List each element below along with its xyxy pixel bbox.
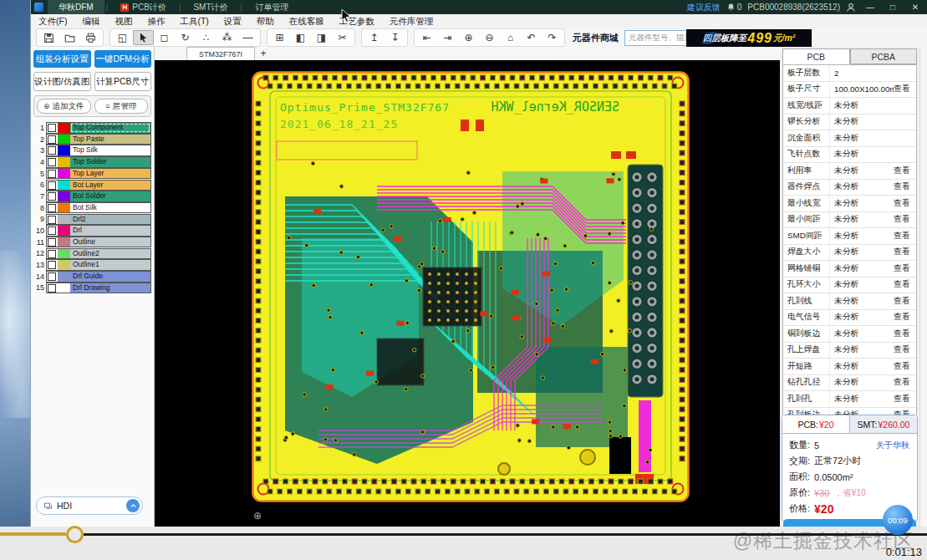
redo-button[interactable]: ↷	[542, 30, 563, 45]
view-link[interactable]: 查看	[894, 84, 916, 94]
quote-tab-smt[interactable]: SMT:¥260.00	[850, 415, 917, 433]
menu-item-3[interactable]: 操作	[140, 16, 172, 28]
menu-item-2[interactable]: 视图	[107, 16, 140, 28]
box-select-button[interactable]: ◻	[154, 30, 175, 45]
layer-checkbox[interactable]	[48, 192, 56, 201]
seekbar-progress[interactable]	[0, 532, 66, 536]
align-right-button[interactable]: ◨	[311, 30, 332, 45]
layer-checkbox[interactable]	[48, 124, 56, 132]
layer-row-top-layer[interactable]: 5Top Layer	[33, 168, 151, 180]
layer-color-swatch[interactable]	[58, 145, 70, 155]
layer-checkbox[interactable]	[48, 181, 56, 190]
menu-item-7[interactable]: 在线客服	[282, 16, 332, 28]
view-link[interactable]: 查看	[894, 181, 916, 192]
select-window-button[interactable]: ◱	[112, 30, 133, 45]
extend-right-button[interactable]: ⇥	[437, 30, 458, 45]
feedback-link[interactable]: 建议反馈	[687, 2, 721, 13]
layer-color-swatch[interactable]	[58, 181, 70, 191]
new-tab-button[interactable]: +	[255, 47, 272, 60]
calc-pcb-size-button[interactable]: 计算PCB尺寸	[94, 72, 152, 91]
layer-checkbox[interactable]	[48, 146, 56, 155]
close-button[interactable]: ✕	[907, 1, 924, 13]
one-key-dfm-button[interactable]: 一键DFM分析	[94, 50, 152, 68]
account-icon[interactable]	[846, 3, 856, 13]
view-link[interactable]: 查看	[894, 279, 916, 290]
home-button[interactable]: ⌂	[500, 30, 521, 45]
layer-row-bot-layer[interactable]: 6Bot Layer	[33, 179, 151, 191]
layer-color-swatch[interactable]	[58, 157, 70, 167]
menu-item-5[interactable]: 设置	[216, 16, 249, 28]
view-link[interactable]: 查看	[894, 231, 916, 242]
pcb-board[interactable]: Optimus_Prime_STM32F7672021_06_18_21_25S…	[252, 71, 690, 502]
canvas-viewport[interactable]: Optimus_Prime_STM32F7672021_06_18_21_25S…	[155, 60, 780, 527]
layer-row-drl2[interactable]: 9Drl2	[33, 214, 151, 226]
layer-checkbox[interactable]	[48, 204, 56, 212]
layer-checkbox[interactable]	[48, 261, 56, 269]
layer-row-top-silk[interactable]: 3Top Silk	[33, 145, 151, 156]
layer-row-outline2[interactable]: 12Outline2	[33, 248, 151, 260]
layer-checkbox[interactable]	[48, 216, 56, 224]
quote-tab-pcb[interactable]: PCB:¥20	[782, 415, 850, 433]
promo-banner[interactable]: 四层板降至499元/m²	[686, 29, 812, 47]
rotate-button[interactable]: ↻	[175, 30, 196, 45]
menu-item-9[interactable]: 元件库管理	[382, 16, 441, 28]
view-link[interactable]: 查看	[894, 344, 916, 355]
layer-color-swatch[interactable]	[58, 249, 70, 259]
view-link[interactable]: 查看	[894, 361, 916, 372]
menu-item-0[interactable]: 文件(F)	[31, 16, 74, 28]
extend-left-button[interactable]: ⇤	[416, 30, 437, 45]
pin-top-button[interactable]: ↥	[364, 30, 385, 45]
bell-icon[interactable]	[726, 3, 736, 12]
layer-row-drl-guide[interactable]: 14Drl Guide	[33, 271, 151, 283]
layer-color-swatch[interactable]	[58, 237, 70, 247]
layer-color-swatch[interactable]	[58, 135, 70, 145]
layer-manager-button[interactable]: ≡层管理	[94, 99, 149, 114]
save-button[interactable]	[38, 30, 59, 45]
app-tab-3[interactable]: 订单管理	[244, 0, 299, 14]
layer-color-swatch[interactable]	[58, 215, 70, 225]
menu-item-6[interactable]: 帮助	[249, 16, 282, 28]
menu-item-4[interactable]: 工具(T)	[172, 16, 216, 28]
zoom-out-button[interactable]: ⊖	[479, 30, 500, 45]
doc-tab-stm32[interactable]: STM32F767I	[186, 47, 255, 60]
undo-button[interactable]: ↶	[521, 30, 542, 45]
layer-color-swatch[interactable]	[58, 191, 70, 201]
layer-checkbox[interactable]	[48, 250, 56, 258]
view-link[interactable]: 查看	[894, 247, 916, 257]
layer-row-outline[interactable]: 11Outline	[33, 237, 151, 248]
layer-color-swatch[interactable]	[58, 226, 70, 236]
layer-checkbox[interactable]	[48, 135, 56, 144]
assembly-analysis-button[interactable]: 组装分析设置	[33, 50, 91, 68]
pin-bottom-button[interactable]: ↧	[385, 30, 405, 45]
align-left-button[interactable]: ◧	[290, 30, 311, 45]
seekbar-handle[interactable]	[66, 526, 84, 543]
view-link[interactable]: 查看	[894, 296, 916, 307]
node-edit-button[interactable]: ⁂	[216, 30, 237, 45]
hdi-input[interactable]: HDI	[36, 496, 143, 515]
view-link[interactable]: 查看	[894, 328, 916, 339]
maximize-button[interactable]: □	[884, 1, 901, 13]
cursor-button[interactable]	[133, 30, 154, 45]
minimize-button[interactable]: —	[862, 1, 879, 13]
layer-row-top-solder[interactable]: 4Top Solder	[33, 156, 151, 168]
layer-row-top-paste[interactable]: 2Top Paste	[33, 134, 151, 145]
menu-item-1[interactable]: 编辑	[74, 16, 107, 28]
layer-row-bot-silk[interactable]: 8Bot Silk	[33, 202, 151, 214]
layer-checkbox[interactable]	[48, 170, 56, 178]
tab-pcb[interactable]: PCB	[782, 48, 850, 64]
app-tab-0[interactable]: 华秋DFM	[48, 0, 104, 14]
layer-checkbox[interactable]	[48, 272, 56, 281]
layer-color-swatch[interactable]	[58, 283, 70, 293]
view-link[interactable]: 查看	[894, 214, 916, 225]
view-link[interactable]: 查看	[894, 198, 916, 209]
layer-checkbox[interactable]	[48, 284, 56, 293]
layer-color-swatch[interactable]	[58, 123, 70, 133]
layer-row-top-component[interactable]: 1Top Component	[33, 122, 151, 134]
window-scrollbar[interactable]	[919, 47, 927, 527]
layer-row-drl-drawing[interactable]: 15Drl Drawing	[33, 283, 151, 294]
print-button[interactable]	[80, 30, 101, 45]
app-tab-1[interactable]: HPCB计价	[110, 0, 177, 14]
open-button[interactable]	[59, 30, 80, 45]
view-link[interactable]: 查看	[894, 394, 916, 405]
design-view-button[interactable]: 设计图/仿真图	[33, 72, 91, 91]
